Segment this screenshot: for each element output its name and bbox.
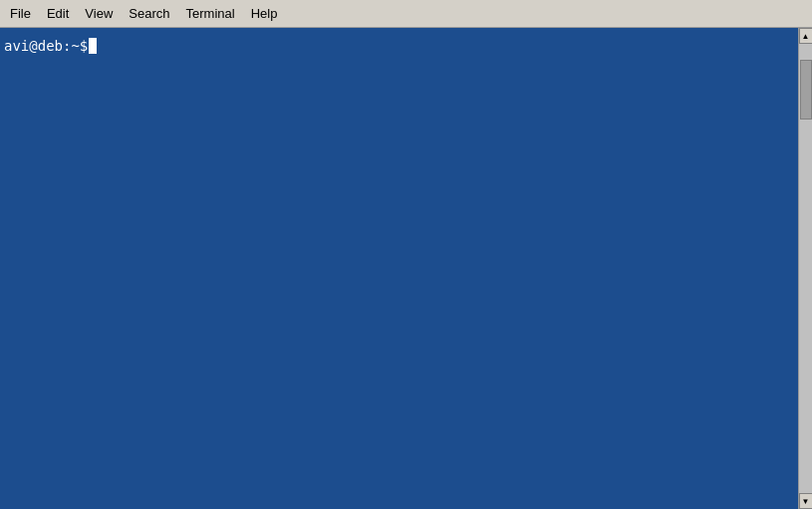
menu-item-search[interactable]: Search (121, 4, 177, 23)
terminal-area[interactable]: avi@deb:~$ ▲ ▼ (0, 28, 812, 509)
menu-item-file[interactable]: File (2, 4, 39, 23)
menu-item-help[interactable]: Help (243, 4, 286, 23)
menu-item-edit[interactable]: Edit (39, 4, 77, 23)
scrollbar-thumb[interactable] (800, 60, 812, 120)
menu-item-terminal[interactable]: Terminal (178, 4, 243, 23)
menubar: FileEditViewSearchTerminalHelp (0, 0, 812, 28)
scrollbar[interactable]: ▲ ▼ (798, 28, 812, 509)
prompt-line: avi@deb:~$ (4, 38, 97, 54)
prompt-text: avi@deb:~$ (4, 38, 88, 54)
scrollbar-up-button[interactable]: ▲ (799, 28, 813, 44)
menu-item-view[interactable]: View (77, 4, 121, 23)
terminal-cursor (89, 38, 97, 54)
scrollbar-down-button[interactable]: ▼ (799, 493, 813, 509)
